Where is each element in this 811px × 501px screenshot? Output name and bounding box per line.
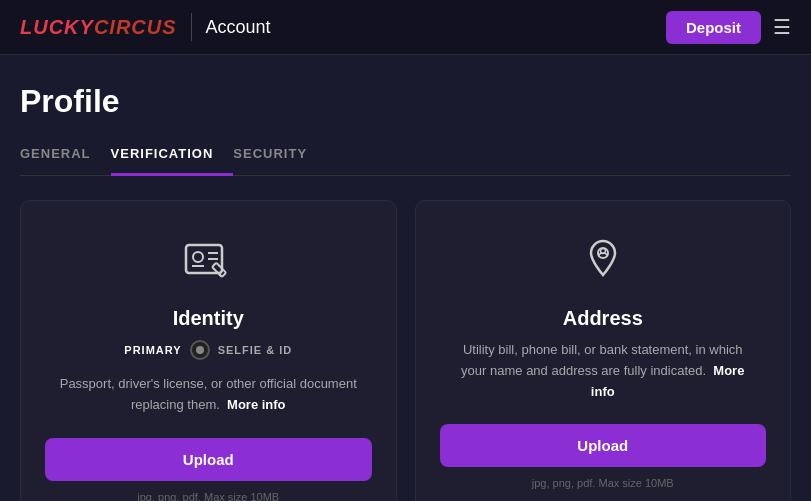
profile-tabs: GENERAL VERIFICATION SECURITY — [20, 138, 791, 176]
toggle-button[interactable] — [190, 340, 210, 360]
verification-cards: Identity PRIMARY SELFIE & ID Passport, d… — [20, 200, 791, 501]
address-upload-button[interactable]: Upload — [440, 424, 767, 467]
toggle-selfie[interactable]: SELFIE & ID — [218, 344, 293, 356]
address-card: Address Utility bill, phone bill, or ban… — [415, 200, 792, 501]
tab-security[interactable]: SECURITY — [233, 138, 327, 176]
address-note: jpg, png, pdf. Max size 10MB — [532, 477, 674, 489]
hamburger-menu-button[interactable]: ☰ — [773, 15, 791, 39]
toggle-inner — [196, 346, 204, 354]
tab-verification[interactable]: VERIFICATION — [111, 138, 234, 176]
header-divider — [191, 13, 192, 41]
identity-toggle[interactable]: PRIMARY SELFIE & ID — [124, 340, 292, 360]
header-account-label: Account — [206, 17, 271, 38]
main-content: Profile GENERAL VERIFICATION SECURITY — [0, 55, 811, 501]
identity-upload-button[interactable]: Upload — [45, 438, 372, 481]
logo: LuckyCircus — [20, 16, 177, 39]
header: LuckyCircus Account Deposit ☰ — [0, 0, 811, 55]
page-title: Profile — [20, 83, 791, 120]
address-description: Utility bill, phone bill, or bank statem… — [453, 340, 753, 402]
identity-description: Passport, driver's license, or other off… — [58, 374, 358, 416]
header-right: Deposit ☰ — [666, 11, 791, 44]
header-left: LuckyCircus Account — [20, 13, 271, 41]
svg-point-1 — [193, 252, 203, 262]
identity-card: Identity PRIMARY SELFIE & ID Passport, d… — [20, 200, 397, 501]
identity-title: Identity — [173, 307, 244, 330]
address-title: Address — [563, 307, 643, 330]
address-icon — [573, 233, 633, 293]
toggle-primary[interactable]: PRIMARY — [124, 344, 181, 356]
identity-note: jpg, png, pdf. Max size 10MB — [137, 491, 279, 501]
identity-more-info[interactable]: More info — [227, 397, 286, 412]
tab-general[interactable]: GENERAL — [20, 138, 111, 176]
identity-icon — [178, 233, 238, 293]
deposit-button[interactable]: Deposit — [666, 11, 761, 44]
